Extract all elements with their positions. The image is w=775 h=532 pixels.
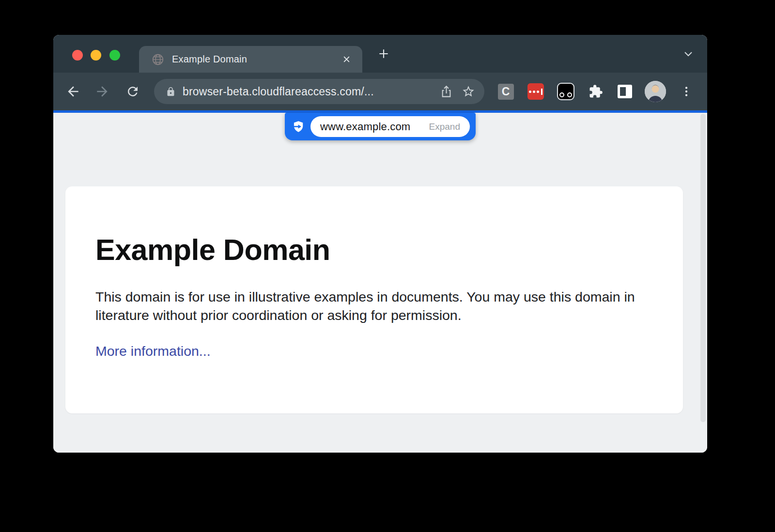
lock-icon	[166, 87, 176, 97]
shield-arrow-icon	[291, 120, 305, 134]
back-button[interactable]	[63, 82, 83, 101]
isolated-hostname: www.example.com	[320, 121, 410, 133]
globe-favicon-icon	[152, 53, 164, 66]
new-tab-button[interactable]	[375, 45, 392, 62]
extension-lastpass-button[interactable]	[527, 82, 545, 101]
share-icon[interactable]	[439, 84, 453, 99]
address-bar[interactable]: browser-beta.cloudflareaccess.com/...	[154, 79, 484, 104]
reload-button[interactable]	[123, 82, 142, 101]
extension-c-button[interactable]: C	[496, 82, 515, 101]
content-card: Example Domain This domain is for use in…	[65, 186, 683, 413]
browser-window: Example Domain browser-beta.cloudflareac…	[53, 35, 707, 453]
browser-menu-button[interactable]	[677, 82, 696, 101]
more-information-link[interactable]: More information...	[95, 343, 211, 359]
kebab-menu-icon	[680, 85, 693, 98]
isolation-address-pill[interactable]: www.example.com Expand	[310, 116, 470, 137]
page-paragraph: This domain is for use in illustrative e…	[95, 288, 652, 325]
extension-rings-button[interactable]	[557, 82, 575, 101]
tab-title: Example Domain	[172, 54, 340, 65]
window-minimize-button[interactable]	[91, 50, 101, 61]
isolation-banner[interactable]: www.example.com Expand	[285, 113, 476, 140]
goggles-icon	[557, 83, 574, 100]
avatar	[645, 81, 666, 102]
puzzle-icon	[589, 84, 603, 99]
tab-example-domain[interactable]: Example Domain	[139, 46, 362, 73]
tab-close-icon[interactable]	[340, 53, 353, 66]
extensions-menu-button[interactable]	[587, 82, 605, 101]
tab-strip: Example Domain	[53, 35, 707, 73]
page-viewport: www.example.com Expand Example Domain Th…	[53, 113, 707, 453]
page-title: Example Domain	[95, 233, 653, 267]
window-zoom-button[interactable]	[109, 50, 120, 61]
window-close-button[interactable]	[72, 50, 83, 61]
extension-c-icon: C	[498, 84, 514, 100]
toolbar: browser-beta.cloudflareaccess.com/... C	[53, 73, 707, 110]
side-panel-button[interactable]	[616, 82, 634, 101]
lastpass-icon	[527, 83, 544, 100]
profile-button[interactable]	[645, 81, 666, 102]
url-text: browser-beta.cloudflareaccess.com/...	[183, 85, 431, 98]
forward-button[interactable]	[93, 82, 112, 101]
bookmark-star-icon[interactable]	[461, 84, 476, 99]
tab-search-chevron-icon[interactable]	[681, 46, 696, 61]
expand-button[interactable]: Expand	[429, 122, 460, 132]
vertical-scrollbar[interactable]	[700, 114, 706, 422]
side-panel-icon	[618, 85, 632, 98]
